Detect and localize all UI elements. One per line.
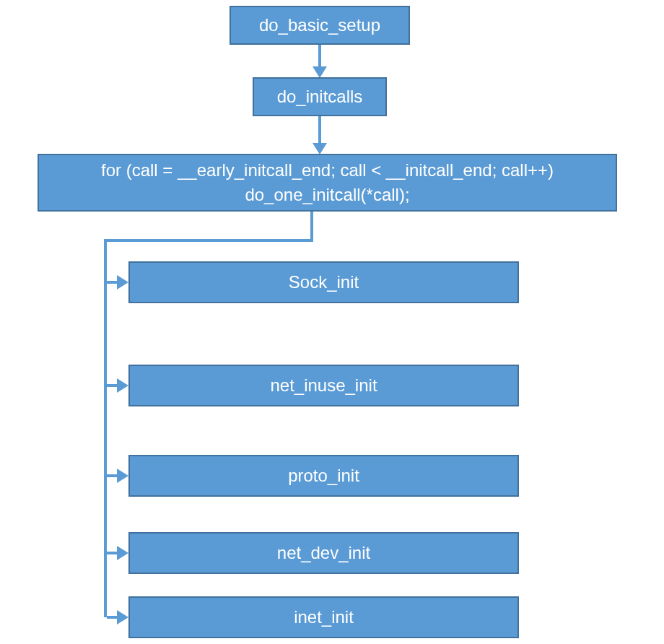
node-inet-init: inet_init [128,596,519,638]
arrow-connector [107,552,117,554]
node-label: Sock_init [289,272,359,292]
node-label: do_initcalls [277,87,363,107]
arrow-head-right-icon [117,610,128,625]
node-do-basic-setup: do_basic_setup [230,6,410,45]
node-label: net_dev_init [277,543,370,563]
arrow-head-right-icon [117,469,128,483]
node-proto-init: proto_init [128,455,519,497]
node-label: proto_init [288,466,359,486]
arrow-connector [310,212,313,240]
arrow-connector [107,474,117,477]
node-label: net_inuse_init [270,375,377,396]
arrow-connector [104,239,313,242]
node-label: inet_init [294,607,354,627]
node-label-line2: do_one_initcall(*call); [245,183,409,207]
arrow-head-right-icon [117,378,128,393]
node-label: do_basic_setup [259,15,380,35]
node-net-inuse-init: net_inuse_init [128,365,519,406]
node-label-line1: for (call = __early_initcall_end; call <… [101,158,554,183]
arrow-connector [107,616,117,619]
arrow-head-right-icon [117,546,128,560]
arrow-connector [107,384,117,387]
node-net-dev-init: net_dev_init [128,532,519,574]
node-sock-init: Sock_init [128,261,519,303]
arrow-connector [318,116,321,144]
arrow-connector [107,281,117,284]
node-do-initcalls: do_initcalls [253,77,387,116]
arrow-head-down-icon [313,66,327,78]
arrow-head-right-icon [117,275,128,290]
arrow-connector [104,239,107,617]
node-for-loop: for (call = __early_initcall_end; call <… [38,154,617,212]
arrow-head-down-icon [313,143,327,155]
arrow-connector [318,45,321,66]
